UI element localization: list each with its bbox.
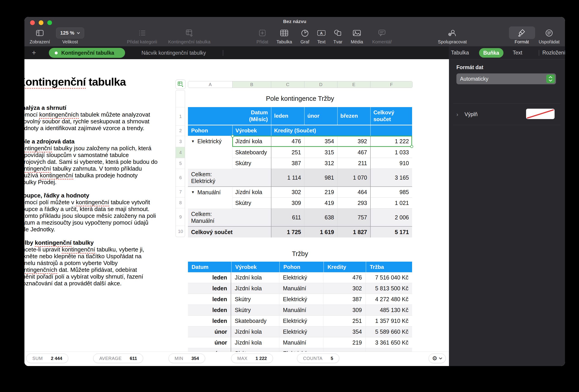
pivot-cell-value[interactable]: 293 [337, 198, 370, 209]
tab-rozlozeni[interactable]: Rozložení [542, 46, 565, 59]
pivot-cell-product[interactable]: Jízdní kola [232, 187, 271, 198]
pivot-table-title[interactable]: Pole kontingence Tržby [188, 90, 412, 107]
tab-bunka-active[interactable]: Buňka [479, 48, 504, 57]
pivot-cell-group[interactable] [188, 158, 232, 169]
sales-header-Výrobek[interactable]: Výrobek [231, 262, 279, 272]
graf-toolbar-button[interactable]: Graf [300, 27, 309, 45]
pivot-cell-total-label[interactable]: Celkový součet [188, 227, 271, 237]
aggregate-options-button[interactable]: ⚙ [429, 354, 446, 363]
pivot-cell-pohon[interactable]: Pohon [188, 125, 232, 136]
sales-cell[interactable]: Elektrický [279, 272, 323, 283]
pivot-cell-total-label[interactable]: Celkem:Elektrický [188, 169, 271, 186]
column-header-C[interactable]: C [271, 81, 304, 88]
pivot-cell-month[interactable]: únor [304, 107, 337, 125]
sales-header-Kredity[interactable]: Kredity [323, 262, 366, 272]
sales-cell[interactable]: Elektrický [279, 348, 323, 352]
disclosure-triangle-icon[interactable]: ▼ [191, 139, 195, 143]
pivot-cell-value[interactable]: 302 [271, 187, 304, 198]
selection-handle[interactable] [410, 145, 413, 148]
row-header-10[interactable]: 10 [176, 226, 185, 237]
sales-cell[interactable] [366, 348, 412, 352]
status-pill-sum[interactable]: SUM2 444 [26, 354, 68, 363]
media-toolbar-button[interactable]: Média [351, 27, 363, 45]
pivot-cell-value[interactable]: 1 033 [370, 147, 412, 158]
pivot-cell-value[interactable]: 309 [271, 198, 304, 209]
sales-cell[interactable]: 5 589 660 Kč [366, 327, 412, 337]
pivot-cell-value[interactable]: 638 [304, 209, 337, 226]
sales-cell[interactable]: 1 357 910 Kč [366, 316, 412, 327]
sales-cell[interactable]: leden [188, 305, 231, 316]
row-header-blank[interactable] [176, 90, 185, 107]
sales-cell[interactable]: 309 [323, 305, 366, 316]
pivot-cell-value[interactable]: 387 [271, 158, 304, 169]
status-pill-min[interactable]: MIN354 [168, 354, 205, 363]
pivot-cell-month[interactable]: leden [271, 107, 304, 125]
sheet-tab-active[interactable]: Kontingenční tabulka [49, 48, 125, 58]
sales-cell[interactable]: 387 [323, 294, 366, 305]
sheet-tab-inactive[interactable]: Nácvik kontingenční tabulky [135, 48, 212, 58]
pivot-cell-value[interactable]: 467 [337, 147, 370, 158]
row-header-6[interactable]: 6 [176, 169, 185, 187]
column-header-B[interactable]: B [232, 81, 271, 88]
sales-cell[interactable]: Manuální [279, 337, 323, 348]
sales-cell[interactable]: leden [188, 294, 231, 305]
usporadat-toolbar-button[interactable]: Uspořádat [539, 27, 560, 45]
sales-cell[interactable]: leden [188, 272, 231, 283]
add-sheet-button[interactable]: + [29, 48, 38, 57]
pivot-cell-value[interactable]: 611 [271, 209, 304, 226]
sales-cell[interactable]: Skútry [231, 305, 279, 316]
sales-cell[interactable]: 251 [323, 316, 366, 327]
sales-cell[interactable]: Manuální [279, 305, 323, 316]
sales-header-Pohon[interactable]: Pohon [279, 262, 323, 272]
pivot-cell-value[interactable]: 985 [370, 187, 412, 198]
zoom-level-button[interactable]: 125 % [56, 28, 84, 38]
pivot-cell-value[interactable]: 251 [271, 147, 304, 158]
pivot-cell-value[interactable]: 1 070 [337, 169, 370, 186]
column-header-D[interactable]: D [304, 81, 337, 88]
pivot-cell-value[interactable]: 464 [337, 187, 370, 198]
sales-cell[interactable]: Jízdní kola [231, 337, 279, 348]
sales-cell[interactable]: Elektrický [279, 327, 323, 337]
sales-cell[interactable]: Elektrický [279, 294, 323, 305]
sales-cell[interactable]: 3 361 650 Kč [366, 337, 412, 348]
sales-cell[interactable]: Jízdní kola [231, 283, 279, 294]
fill-swatch-no-fill[interactable] [526, 109, 555, 119]
row-header-3[interactable]: 3 [176, 136, 185, 147]
pivot-cell-value[interactable]: 3 165 [370, 169, 412, 186]
text-toolbar-button[interactable]: AText [316, 27, 326, 45]
disclosure-triangle-icon[interactable]: ▼ [191, 190, 195, 194]
status-pill-counta[interactable]: COUNTA5 [297, 354, 339, 363]
pivot-cell-value[interactable]: 1 725 [271, 227, 304, 237]
pivot-cell-product[interactable]: Skútry [232, 158, 271, 169]
table-handle-button[interactable] [175, 80, 185, 89]
pivot-cell-value[interactable]: 910 [370, 158, 412, 169]
pivot-cell-value[interactable]: 1 827 [337, 227, 370, 237]
data-format-dropdown[interactable]: Automaticky [456, 73, 556, 84]
sales-cell[interactable]: únor [188, 348, 231, 352]
sales-cell[interactable]: Skútry [231, 294, 279, 305]
pivot-cell-month[interactable]: březen [337, 107, 370, 125]
pivot-cell-group[interactable] [188, 198, 232, 209]
stepper-icon[interactable] [546, 75, 555, 83]
pivot-cell-value[interactable]: 757 [337, 209, 370, 226]
pivot-cell-value[interactable]: 211 [337, 158, 370, 169]
row-header-4[interactable]: 4 [176, 147, 185, 158]
row-header-8[interactable]: 8 [176, 197, 185, 208]
pivot-cell-value[interactable]: 1 114 [271, 169, 304, 186]
column-header-A[interactable]: A [188, 81, 232, 88]
sales-cell[interactable]: 219 [323, 337, 366, 348]
status-pill-average[interactable]: AVERAGE611 [93, 354, 143, 363]
sales-cell[interactable]: Jízdní kola [231, 327, 279, 337]
velikost-toolbar-button[interactable]: 125 %Velikost [56, 27, 84, 45]
row-header-9[interactable]: 9 [176, 208, 185, 226]
pivot-cell-empty[interactable] [370, 125, 412, 136]
format-toolbar-button[interactable]: Formát [514, 27, 529, 45]
row-header-strip[interactable]: 12345678910 [175, 90, 185, 237]
selection-handle[interactable] [231, 135, 234, 138]
pivot-cell-value[interactable]: 219 [304, 187, 337, 198]
text-box[interactable]: Kontingenční tabulkaAnalýza a shrnutíPom… [24, 75, 158, 287]
sales-cell[interactable]: Jízdní kola [231, 272, 279, 283]
sales-cell[interactable]: leden [188, 316, 231, 327]
sales-cell[interactable]: únor [188, 327, 231, 337]
column-header-F[interactable]: F [370, 81, 412, 88]
